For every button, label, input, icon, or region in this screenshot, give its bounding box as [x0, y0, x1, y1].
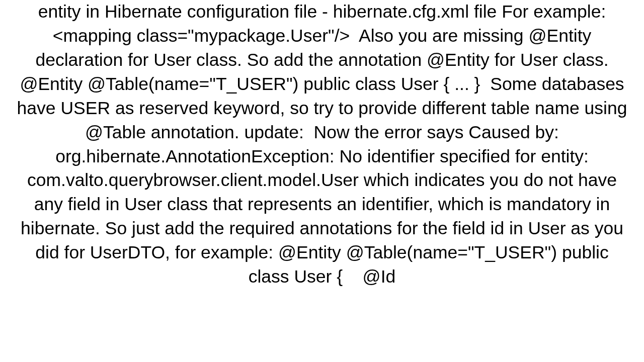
body-text: entity in Hibernate configuration file -… [15, 0, 629, 289]
document-body: entity in Hibernate configuration file -… [0, 0, 644, 362]
